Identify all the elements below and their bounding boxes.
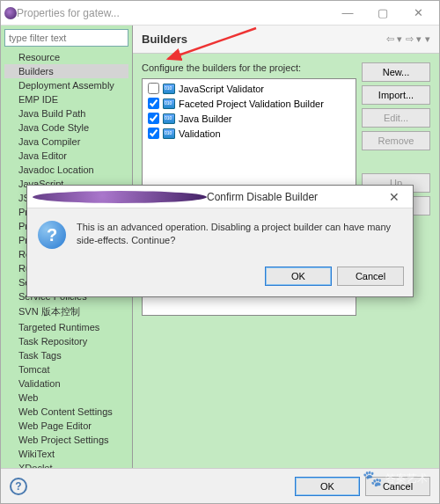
builder-icon	[163, 84, 175, 94]
dialog-ok-button[interactable]: OK	[265, 267, 332, 286]
help-icon[interactable]: ?	[10, 478, 27, 495]
tree-item[interactable]: Java Build Path	[4, 106, 128, 121]
tree-item[interactable]: Java Code Style	[4, 121, 128, 135]
ok-button[interactable]: OK	[295, 477, 360, 496]
tree-item[interactable]: Task Tags	[4, 348, 128, 362]
watermark: 🐾 答案艺术	[363, 469, 428, 488]
builder-checkbox[interactable]	[148, 98, 159, 109]
dialog-close-button[interactable]: ✕	[381, 190, 407, 204]
main-header: Builders ⇦ ▾ ⇨ ▾ ▾	[133, 26, 439, 54]
window-buttons: ― ▢ ✕	[330, 2, 436, 25]
tree-item[interactable]: Web Page Editor	[4, 419, 128, 433]
builder-label: Validation	[179, 128, 221, 139]
tree-item[interactable]: Validation	[4, 376, 128, 391]
tree-item[interactable]: Web Project Settings	[4, 433, 128, 447]
tree-item[interactable]: Resource	[4, 50, 128, 64]
builder-checkbox[interactable]	[148, 113, 159, 124]
dialog-title: Confirm Disable Builder	[207, 191, 381, 203]
builder-icon	[163, 128, 175, 139]
tree-item[interactable]: Tomcat	[4, 362, 128, 376]
tree-item[interactable]: Javadoc Location	[4, 163, 128, 177]
tree-item[interactable]: Builders	[4, 64, 128, 78]
builder-icon	[163, 99, 175, 109]
watermark-text: 答案艺术	[385, 471, 428, 486]
builder-row[interactable]: JavaScript Validator	[144, 81, 354, 96]
remove-button[interactable]: Remove	[362, 131, 430, 150]
close-button[interactable]: ✕	[400, 2, 436, 25]
builder-label: Java Builder	[179, 113, 232, 124]
paw-icon: 🐾	[363, 469, 382, 488]
builder-row[interactable]: Validation	[144, 126, 354, 141]
filter-input[interactable]	[4, 29, 128, 47]
dialog-cancel-button[interactable]: Cancel	[337, 267, 404, 286]
nav-icons: ⇦ ▾ ⇨ ▾ ▾	[386, 33, 430, 45]
builder-label: JavaScript Validator	[179, 84, 264, 94]
new-button[interactable]: New...	[362, 62, 430, 82]
tree-item[interactable]: XDoclet	[4, 461, 128, 468]
dialog-titlebar: Confirm Disable Builder ✕	[27, 186, 413, 208]
builder-icon	[163, 113, 175, 124]
titlebar: Properties for gatew... ― ▢ ✕	[1, 1, 439, 26]
tree-item[interactable]: Java Editor	[4, 149, 128, 163]
forward-icon[interactable]: ⇨ ▾	[406, 33, 422, 45]
builder-checkbox[interactable]	[148, 128, 159, 139]
tree-item[interactable]: Java Compiler	[4, 135, 128, 149]
confirm-dialog: Confirm Disable Builder ✕ ? This is an a…	[26, 185, 414, 297]
dialog-body: ? This is an advanced operation. Disabli…	[27, 208, 413, 261]
builder-row[interactable]: Java Builder	[144, 111, 354, 126]
edit-button[interactable]: Edit...	[362, 108, 430, 128]
tree-item[interactable]: Task Repository	[4, 334, 128, 348]
tree-item[interactable]: Deployment Assembly	[4, 78, 128, 92]
back-icon[interactable]: ⇦ ▾	[386, 33, 402, 45]
tree-item[interactable]: EMP IDE	[4, 92, 128, 106]
question-icon: ?	[38, 221, 66, 249]
eclipse-icon	[33, 191, 207, 203]
dialog-buttons: OK Cancel	[27, 261, 413, 296]
tree-item[interactable]: WikiText	[4, 447, 128, 461]
minimize-button[interactable]: ―	[330, 2, 365, 25]
tree-item[interactable]: Web	[4, 391, 128, 405]
eclipse-icon	[4, 7, 17, 19]
page-title: Builders	[142, 33, 386, 46]
maximize-button[interactable]: ▢	[365, 2, 400, 25]
menu-icon[interactable]: ▾	[425, 33, 430, 45]
import-button[interactable]: Import...	[362, 85, 430, 105]
dialog-message: This is an advanced operation. Disabling…	[77, 221, 402, 248]
builders-desc: Configure the builders for the project:	[142, 62, 356, 73]
tree-item[interactable]: Targeted Runtimes	[4, 320, 128, 334]
builder-row[interactable]: Faceted Project Validation Builder	[144, 96, 354, 111]
builder-label: Faceted Project Validation Builder	[179, 99, 324, 109]
window-title: Properties for gatew...	[17, 7, 330, 19]
tree-item[interactable]: SVN 版本控制	[4, 303, 128, 320]
tree-item[interactable]: Web Content Settings	[4, 405, 128, 419]
builder-checkbox[interactable]	[148, 83, 159, 94]
